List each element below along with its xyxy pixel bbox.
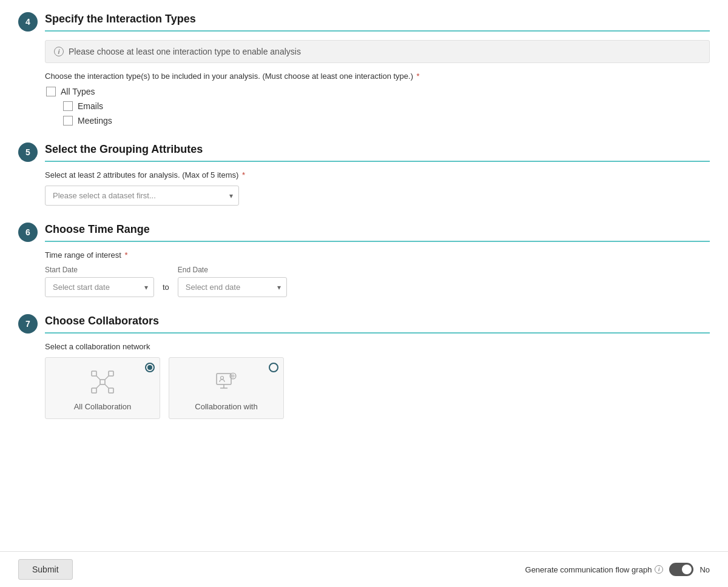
collaboration-network-cards: All Collaboration: [45, 357, 710, 419]
emails-label: Emails: [78, 101, 103, 111]
svg-rect-0: [100, 380, 105, 384]
end-date-label: End Date: [178, 266, 287, 274]
collaboration-with-card[interactable]: Collaboration with: [169, 357, 284, 419]
generate-flow-toggle[interactable]: [669, 563, 693, 576]
interaction-types-label: Choose the interaction type(s) to be inc…: [45, 72, 710, 81]
footer-right: Generate communication flow graph i No: [525, 563, 710, 576]
end-date-dropdown-container: Select end date ▾: [178, 277, 287, 297]
section-header-7: 7 Choose Collaborators: [18, 314, 710, 334]
info-banner-text: Please choose at least one interaction t…: [69, 47, 301, 56]
submit-button[interactable]: Submit: [18, 559, 73, 580]
page-container: 4 Specify the Interaction Types i Please…: [0, 0, 728, 587]
start-date-label: Start Date: [45, 266, 154, 274]
emails-checkbox[interactable]: Emails: [63, 101, 710, 111]
section-content-5: Select at least 2 attributes for analysi…: [18, 170, 710, 206]
section-content-6: Time range of interest * Start Date Sele…: [18, 250, 710, 297]
collaboration-with-icon: [213, 369, 240, 397]
to-label: to: [163, 283, 169, 297]
grouping-attributes-dropdown[interactable]: Please select a dataset first...: [45, 186, 239, 206]
section-collaborators: 7 Choose Collaborators Select a collabor…: [18, 314, 710, 419]
section-title-5: Select the Grouping Attributes: [45, 143, 710, 162]
svg-line-5: [96, 376, 100, 380]
section-header-5: 5 Select the Grouping Attributes: [18, 143, 710, 162]
step-number-5: 5: [18, 143, 38, 162]
svg-line-7: [96, 384, 100, 388]
step-number-6: 6: [18, 223, 38, 242]
svg-rect-9: [217, 374, 231, 384]
all-collaboration-card[interactable]: All Collaboration: [45, 357, 160, 419]
section-interaction-types: 4 Specify the Interaction Types i Please…: [18, 12, 710, 126]
step-number-4: 4: [18, 12, 38, 32]
meetings-checkbox-box[interactable]: [63, 116, 73, 126]
info-icon: i: [54, 47, 64, 56]
all-types-checkbox[interactable]: All Types: [46, 87, 710, 96]
toggle-thumb: [682, 565, 692, 574]
date-range-row: Start Date Select start date ▾ to End Da…: [45, 266, 710, 297]
start-date-dropdown-container: Select start date ▾: [45, 277, 154, 297]
info-banner: i Please choose at least one interaction…: [45, 40, 710, 63]
svg-line-6: [105, 376, 109, 380]
all-types-checkbox-box[interactable]: [46, 87, 56, 96]
emails-checkbox-box[interactable]: [63, 101, 73, 111]
toggle-state-label: No: [699, 565, 710, 574]
start-date-field: Start Date Select start date ▾: [45, 266, 154, 297]
grouping-attributes-dropdown-container: Please select a dataset first... ▾: [45, 186, 239, 206]
required-asterisk: *: [414, 72, 420, 81]
required-asterisk-6: *: [123, 250, 128, 260]
interaction-types-checkboxes: All Types Emails Meetings: [46, 87, 710, 126]
section-title-6: Choose Time Range: [45, 223, 710, 242]
section-time-range: 6 Choose Time Range Time range of intere…: [18, 223, 710, 297]
grouping-attributes-label: Select at least 2 attributes for analysi…: [45, 170, 710, 179]
end-date-field: End Date Select end date ▾: [178, 266, 287, 297]
collaborators-label: Select a collaboration network: [45, 342, 710, 351]
start-date-dropdown[interactable]: Select start date: [45, 277, 154, 297]
section-header-4: 4 Specify the Interaction Types: [18, 12, 710, 32]
section-content-7: Select a collaboration network: [18, 342, 710, 419]
all-types-label: All Types: [61, 87, 95, 96]
all-collaboration-radio[interactable]: [145, 363, 155, 372]
svg-rect-4: [109, 388, 113, 393]
time-range-label: Time range of interest *: [45, 250, 710, 260]
required-asterisk-5: *: [240, 170, 245, 179]
meetings-label: Meetings: [78, 116, 112, 126]
svg-rect-2: [109, 371, 113, 376]
page-footer: Submit Generate communication flow graph…: [0, 551, 728, 587]
svg-line-8: [105, 384, 109, 388]
all-collaboration-icon: [89, 369, 116, 397]
svg-rect-1: [92, 371, 96, 376]
step-number-7: 7: [18, 314, 38, 334]
end-date-dropdown[interactable]: Select end date: [178, 277, 287, 297]
generate-info-icon: i: [655, 565, 663, 574]
svg-point-12: [221, 377, 224, 380]
section-header-6: 6 Choose Time Range: [18, 223, 710, 242]
generate-flow-label: Generate communication flow graph i: [525, 565, 664, 574]
collaboration-with-label: Collaboration with: [195, 402, 257, 411]
svg-rect-3: [92, 388, 96, 393]
section-grouping-attributes: 5 Select the Grouping Attributes Select …: [18, 143, 710, 206]
collaboration-with-radio[interactable]: [269, 363, 278, 372]
meetings-checkbox[interactable]: Meetings: [63, 116, 710, 126]
section-title-7: Choose Collaborators: [45, 315, 710, 334]
all-collaboration-label: All Collaboration: [74, 402, 132, 411]
section-title-4: Specify the Interaction Types: [45, 13, 710, 32]
section-content-4: i Please choose at least one interaction…: [18, 40, 710, 126]
